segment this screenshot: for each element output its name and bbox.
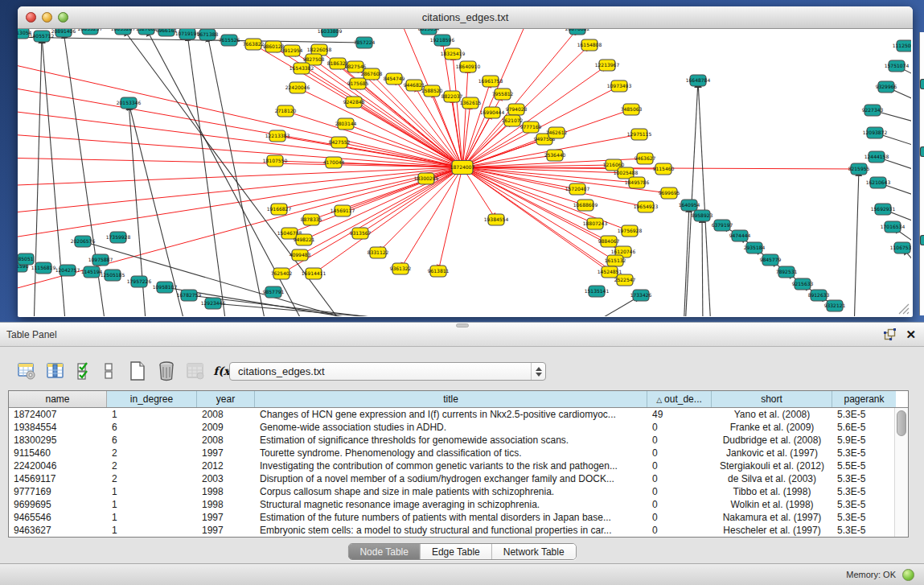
graph-node[interactable]: 16961758 xyxy=(478,76,503,87)
table-row[interactable]: 1872400712008Changes of HCN gene express… xyxy=(9,408,908,421)
column-header-out_de[interactable]: △out_de... xyxy=(647,391,712,407)
column-header-in_degree[interactable]: in_degree xyxy=(107,391,197,407)
cell-out_de[interactable]: 0 xyxy=(647,498,712,511)
graph-node[interactable]: 8427552 xyxy=(329,137,351,148)
cell-name[interactable]: 9463627 xyxy=(9,524,107,537)
cell-short[interactable]: de Silva et al. (2003) xyxy=(712,472,832,485)
graph-node[interactable]: 2803144 xyxy=(335,118,357,130)
table-row[interactable]: 1938455462009Genome-wide association stu… xyxy=(9,421,908,434)
graph-node[interactable]: 17359928 xyxy=(106,232,131,243)
graph-node[interactable]: 17016534 xyxy=(881,221,906,233)
table-row[interactable]: 969969511998Structural magnetic resonanc… xyxy=(9,498,908,511)
graph-node[interactable]: 9332121 xyxy=(824,300,846,311)
graph-node[interactable]: 9671388 xyxy=(197,29,219,40)
graph-node[interactable]: 9474444 xyxy=(729,230,751,241)
graph-node[interactable]: 9857791 xyxy=(263,286,285,298)
cell-year[interactable]: 1997 xyxy=(197,511,255,524)
graph-node[interactable]: 10653287 xyxy=(111,29,136,35)
graph-node[interactable]: 16990444 xyxy=(480,107,505,118)
cell-pagerank[interactable]: 5.3E-5 xyxy=(832,511,896,524)
graph-node[interactable]: 4170044 xyxy=(323,157,345,168)
cell-in_degree[interactable]: 1 xyxy=(107,498,197,511)
tab-network-table[interactable]: Network Table xyxy=(491,544,576,559)
cell-pagerank[interactable]: 5.3E-5 xyxy=(832,498,896,511)
graph-node[interactable]: 12213967 xyxy=(595,60,620,71)
graph-node[interactable]: 9361322 xyxy=(390,263,412,274)
graph-node[interactable]: 9884067 xyxy=(598,236,620,247)
cell-out_de[interactable]: 0 xyxy=(647,447,712,459)
graph-node[interactable]: 9498221 xyxy=(294,234,315,245)
tab-node-table[interactable]: Node Table xyxy=(348,544,420,559)
graph-node[interactable]: 1527602 xyxy=(136,29,158,35)
table-settings-icon[interactable] xyxy=(16,360,37,381)
column-header-year[interactable]: year xyxy=(197,391,255,407)
cell-out_de[interactable]: 0 xyxy=(647,485,712,498)
graph-node[interactable]: 7625402 xyxy=(271,268,293,279)
graph-node[interactable]: 10958107 xyxy=(153,282,178,293)
cell-short[interactable]: Yano et al. (2008) xyxy=(712,408,832,421)
cell-title[interactable]: Corpus callosum shape and size in male p… xyxy=(255,485,647,498)
cell-out_de[interactable]: 0 xyxy=(647,524,712,537)
graph-node[interactable]: 7663822 xyxy=(243,39,265,50)
graph-node[interactable]: 18807243 xyxy=(583,218,608,229)
window-titlebar[interactable]: citations_edges.txt xyxy=(18,6,913,29)
graph-node[interactable]: 10975887 xyxy=(88,254,113,266)
graph-node[interactable]: 7892531 xyxy=(776,266,798,278)
cell-title[interactable]: Changes of HCN gene expression and I(f) … xyxy=(255,408,647,421)
cell-in_degree[interactable]: 1 xyxy=(107,524,197,537)
graph-node[interactable]: 9845779 xyxy=(760,254,782,266)
graph-node[interactable]: 19756928 xyxy=(618,225,643,237)
cell-year[interactable]: 1998 xyxy=(197,498,255,511)
cell-pagerank[interactable]: 5.3E-5 xyxy=(832,485,896,498)
graph-node[interactable]: 1145194 xyxy=(81,266,103,278)
table-row[interactable]: 2242004622012Investigating the contribut… xyxy=(9,459,908,472)
cell-name[interactable]: 9115460 xyxy=(9,447,107,459)
graph-node[interactable]: 18107550 xyxy=(263,155,288,167)
graph-node[interactable]: 19166827 xyxy=(267,204,292,215)
graph-node[interactable]: 9794028 xyxy=(506,104,528,115)
graph-node[interactable]: 6966161 xyxy=(156,29,178,36)
graph-node[interactable]: 15720407 xyxy=(565,183,590,195)
cell-short[interactable]: Jankovic et al. (1997) xyxy=(712,447,832,459)
graph-node[interactable]: 16033809 xyxy=(318,29,343,37)
graph-node[interactable]: 10973493 xyxy=(607,80,632,92)
graph-node[interactable]: 8912954 xyxy=(281,45,303,56)
graph-node[interactable]: 7955812 xyxy=(492,89,514,100)
graph-node[interactable]: 18325419 xyxy=(441,48,466,60)
column-header-title[interactable]: title xyxy=(255,391,647,407)
graph-node[interactable]: 2935184 xyxy=(744,242,766,253)
graph-node[interactable]: 8454749 xyxy=(384,73,405,84)
table-selector-dropdown[interactable]: citations_edges.txt xyxy=(229,362,546,381)
cell-out_de[interactable]: 0 xyxy=(647,421,712,434)
graph-node[interactable]: 6379197 xyxy=(712,220,733,231)
cell-title[interactable]: Estimation of significance thresholds fo… xyxy=(255,434,647,447)
cell-title[interactable]: Genome-wide association studies in ADHD. xyxy=(255,421,647,434)
graph-node[interactable]: 20876682 xyxy=(565,29,590,35)
graph-node[interactable]: 9227343 xyxy=(862,105,884,116)
select-visible-columns-icon[interactable] xyxy=(74,360,95,381)
graph-node[interactable]: 9777169 xyxy=(520,122,542,133)
graph-node[interactable]: 9329966 xyxy=(876,81,897,93)
cell-in_degree[interactable]: 2 xyxy=(107,459,197,472)
cell-in_degree[interactable]: 2 xyxy=(107,472,197,485)
cell-pagerank[interactable]: 5.3E-5 xyxy=(832,447,896,459)
cell-year[interactable]: 2003 xyxy=(197,472,255,485)
graph-node[interactable]: 9699695 xyxy=(659,187,680,199)
table-row[interactable]: 911546021997Tourette syndrome. Phenomeno… xyxy=(9,447,908,459)
cell-in_degree[interactable]: 1 xyxy=(107,511,197,524)
cell-out_de[interactable]: 0 xyxy=(647,472,712,485)
cell-name[interactable]: 9699695 xyxy=(9,498,107,511)
graph-node[interactable]: 7485063 xyxy=(621,104,643,115)
graph-node[interactable]: 16543382 xyxy=(290,63,314,74)
graph-node[interactable]: 12505185 xyxy=(101,270,125,281)
graph-node[interactable]: 15692931 xyxy=(871,204,896,215)
cell-year[interactable]: 2012 xyxy=(197,459,255,472)
graph-node[interactable]: 8215955 xyxy=(848,163,870,175)
cell-short[interactable]: Tibbo et al. (1998) xyxy=(712,485,832,498)
cell-short[interactable]: Stergiakouli et al. (2012) xyxy=(712,459,832,472)
graph-node[interactable]: 1733426 xyxy=(630,290,652,301)
scrollbar-thumb[interactable] xyxy=(897,410,906,436)
graph-node[interactable]: 16648784 xyxy=(686,75,711,86)
column-header-name[interactable]: name xyxy=(9,391,107,407)
graph-node[interactable]: 9215633 xyxy=(792,278,814,290)
